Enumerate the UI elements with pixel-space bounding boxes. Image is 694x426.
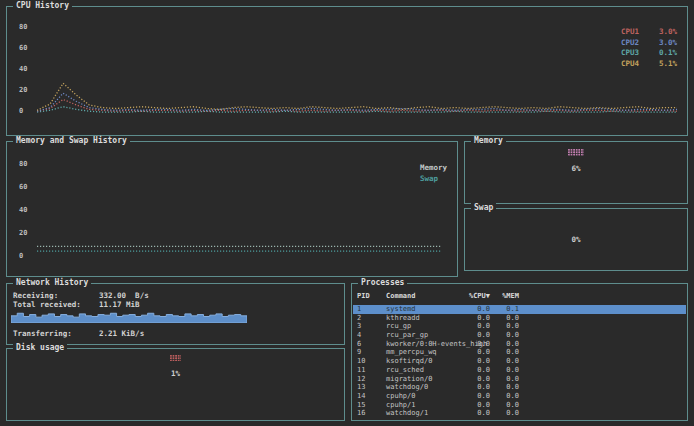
process-row[interactable]: 9mm_percpu_wq0.00.0 xyxy=(353,348,686,357)
process-mem: 0.0 xyxy=(490,314,519,323)
memory-gauge-icon xyxy=(568,149,584,156)
process-pid: 6 xyxy=(357,340,386,349)
swap-title: Swap xyxy=(471,203,496,213)
process-mem: 0.0 xyxy=(490,366,519,375)
memory-panel: Memory 6% xyxy=(464,141,688,204)
cpu-history-title: CPU History xyxy=(13,1,72,11)
process-mem: 0.0 xyxy=(490,357,519,366)
legend-label: CPU3 xyxy=(621,48,647,59)
column-header-command[interactable]: Command xyxy=(386,292,460,301)
legend-value: 3.0% xyxy=(657,38,677,49)
process-row[interactable]: 6kworker/0:0H-events_high0.00.0 xyxy=(353,340,686,349)
legend-item-cpu3: CPU30.1% xyxy=(621,48,677,59)
legend-label: CPU1 xyxy=(621,27,647,38)
process-cpu: 0.0 xyxy=(460,409,490,418)
process-mem: 0.0 xyxy=(490,322,519,331)
y-axis-tick: 0 xyxy=(19,107,27,115)
process-command: kworker/0:0H-events_high xyxy=(386,340,460,349)
column-header-cpu[interactable]: %CPU▼ xyxy=(460,292,490,301)
process-command: mm_percpu_wq xyxy=(386,348,460,357)
transferring-label: Transferring: xyxy=(13,329,99,338)
process-row[interactable]: 12migration/00.00.0 xyxy=(353,375,686,384)
process-cpu: 0.0 xyxy=(460,348,490,357)
y-axis-tick: 20 xyxy=(19,86,27,94)
cpu-history-panel: CPU History 806040200 CPU13.0%CPU23.0%CP… xyxy=(6,6,688,136)
process-pid: 16 xyxy=(357,409,386,418)
process-row[interactable]: 11rcu_sched0.00.0 xyxy=(353,366,686,375)
memswap-legend: MemorySwap xyxy=(420,162,446,184)
process-cpu: 0.0 xyxy=(460,331,490,340)
network-receive-sparkline xyxy=(11,310,247,323)
y-axis-tick: 0 xyxy=(19,252,27,260)
cpu-legend: CPU13.0%CPU23.0%CPU30.1%CPU45.1% xyxy=(621,27,677,69)
memory-title: Memory xyxy=(471,136,506,146)
process-pid: 4 xyxy=(357,331,386,340)
process-mem: 0.0 xyxy=(490,392,519,401)
process-table-body: 1systemd0.00.12kthreadd0.00.03rcu_gp0.00… xyxy=(353,305,686,418)
network-history-title: Network History xyxy=(13,278,91,288)
y-axis-tick: 60 xyxy=(19,183,27,191)
network-area-series xyxy=(11,313,247,323)
swap-percent: 0% xyxy=(571,235,580,244)
receiving-label: Receiving: xyxy=(13,291,99,300)
y-axis-tick: 80 xyxy=(19,23,27,31)
process-mem: 0.0 xyxy=(490,409,519,418)
receiving-value: 332.00 B/s xyxy=(99,291,149,300)
legend-item-cpu2: CPU23.0% xyxy=(621,38,677,49)
process-pid: 2 xyxy=(357,314,386,323)
process-cpu: 0.0 xyxy=(460,401,490,410)
process-pid: 3 xyxy=(357,322,386,331)
process-row[interactable]: 2kthreadd0.00.0 xyxy=(353,314,686,323)
process-pid: 15 xyxy=(357,401,386,410)
process-mem: 0.1 xyxy=(490,305,519,314)
network-transferring-line: Transferring:2.21 KiB/s xyxy=(13,329,144,338)
processes-title: Processes xyxy=(358,278,407,288)
process-command: systemd xyxy=(386,305,460,314)
cpu-y-axis: 806040200 xyxy=(19,23,27,115)
process-command: rcu_gp xyxy=(386,322,460,331)
process-command: watchdog/0 xyxy=(386,383,460,392)
memswap-y-axis: 806040200 xyxy=(19,160,27,260)
memswap-history-chart xyxy=(37,158,441,252)
process-cpu: 0.0 xyxy=(460,383,490,392)
process-row[interactable]: 13watchdog/00.00.0 xyxy=(353,383,686,392)
column-header-mem[interactable]: %MEM xyxy=(490,292,519,301)
process-row[interactable]: 4rcu_par_gp0.00.0 xyxy=(353,331,686,340)
column-header-pid[interactable]: PID xyxy=(357,292,386,301)
legend-item-cpu1: CPU13.0% xyxy=(621,27,677,38)
process-cpu: 0.0 xyxy=(460,305,490,314)
process-row[interactable]: 14cpuhp/00.00.0 xyxy=(353,392,686,401)
process-cpu: 0.0 xyxy=(460,375,490,384)
y-axis-tick: 40 xyxy=(19,206,27,214)
processes-panel: Processes PID Command %CPU▼ %MEM 1system… xyxy=(351,283,688,421)
process-pid: 11 xyxy=(357,366,386,375)
legend-value: 5.1% xyxy=(657,59,677,70)
process-cpu: 0.0 xyxy=(460,357,490,366)
process-cpu: 0.0 xyxy=(460,366,490,375)
disk-gauge-icon xyxy=(170,355,181,361)
process-command: rcu_sched xyxy=(386,366,460,375)
legend-value: 0.1% xyxy=(657,48,677,59)
process-command: cpuhp/1 xyxy=(386,401,460,410)
y-axis-tick: 40 xyxy=(19,65,27,73)
process-command: rcu_par_gp xyxy=(386,331,460,340)
process-cpu: 0.0 xyxy=(460,392,490,401)
process-row[interactable]: 10ksoftirqd/00.00.0 xyxy=(353,357,686,366)
process-command: cpuhp/0 xyxy=(386,392,460,401)
process-row[interactable]: 15cpuhp/10.00.0 xyxy=(353,401,686,410)
process-cpu: 0.0 xyxy=(460,314,490,323)
legend-label: Memory xyxy=(420,162,446,173)
process-row[interactable]: 3rcu_gp0.00.0 xyxy=(353,322,686,331)
process-command: kthreadd xyxy=(386,314,460,323)
process-pid: 9 xyxy=(357,348,386,357)
process-row[interactable]: 1systemd0.00.1 xyxy=(353,305,686,314)
process-mem: 0.0 xyxy=(490,340,519,349)
legend-item-swap: Swap xyxy=(420,173,446,184)
process-pid: 1 xyxy=(357,305,386,314)
y-axis-tick: 80 xyxy=(19,160,27,168)
process-pid: 12 xyxy=(357,375,386,384)
memswap-history-title: Memory and Swap History xyxy=(13,136,130,146)
disk-usage-title: Disk usage xyxy=(13,343,67,353)
y-axis-tick: 20 xyxy=(19,229,27,237)
process-row[interactable]: 16watchdog/10.00.0 xyxy=(353,409,686,418)
